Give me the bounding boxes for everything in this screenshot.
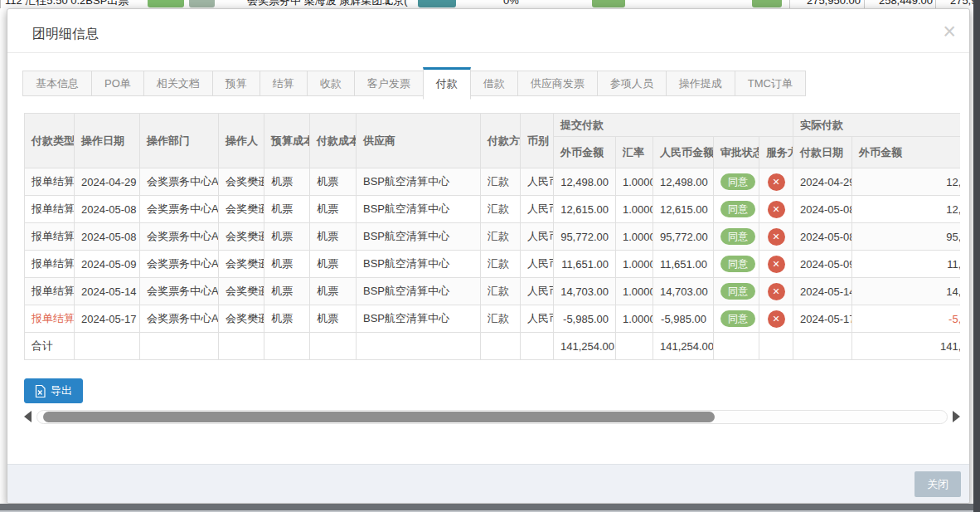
cell-actual-foreign-amount: -5,985.00 — [852, 305, 960, 333]
scrollbar-track[interactable] — [36, 410, 948, 424]
modal-footer: 关闭 — [7, 464, 969, 503]
total-row: 合计 141,254.00 141,254.00 141,254.00 — [25, 333, 961, 360]
cell-payment-method: 汇款 — [481, 223, 521, 251]
x-circle-icon[interactable]: ✕ — [768, 201, 785, 218]
export-label: 导出 — [51, 383, 72, 398]
total-cny-amount: 141,254.00 — [653, 333, 714, 360]
col-header-op-dept: 操作部门 — [140, 114, 219, 168]
col-header-budget-cost: 预算成本 — [264, 114, 310, 168]
cell-payment-type: 报单结算 — [25, 223, 75, 251]
background-percent: 0% — [503, 0, 519, 8]
tab-借款[interactable]: 借款 — [470, 71, 518, 96]
cell-operator: 会奖樊逊 — [219, 278, 264, 305]
scrollbar-thumb[interactable] — [43, 412, 715, 422]
cell-supplier: BSP航空清算中心 — [357, 305, 481, 333]
cell-service-party: ✕ — [759, 196, 793, 223]
x-circle-icon[interactable]: ✕ — [768, 256, 785, 273]
tab-预算[interactable]: 预算 — [212, 71, 260, 96]
table-row: 报单结算 2024-05-08 会奖票务中心A组 会奖樊逊 机票 机票 BSP航… — [25, 196, 961, 223]
tab-供应商发票[interactable]: 供应商发票 — [517, 71, 598, 96]
x-circle-icon[interactable]: ✕ — [768, 283, 785, 300]
cell-payment-type: 报单结算 — [25, 251, 75, 278]
cell-approval-status: 同意 — [714, 278, 759, 305]
cell-op-date: 2024-05-09 — [75, 251, 140, 278]
cell-currency: 人民币 — [521, 168, 554, 196]
cell-op-date: 2024-04-29 — [75, 168, 140, 196]
tab-结算[interactable]: 结算 — [260, 71, 308, 96]
col-header-approval-status: 审批状态 — [714, 137, 759, 168]
col-header-op-date: 操作日期 — [75, 114, 140, 168]
background-amount: 275,950.00 — [793, 0, 861, 8]
col-header-payment-cost: 付款成本 — [310, 114, 357, 168]
cell-exchange-rate: 1.0000 — [616, 305, 653, 333]
cell-budget-cost: 机票 — [264, 305, 310, 333]
cell-budget-cost: 机票 — [264, 168, 310, 196]
col-header-service-party: 服务方 — [759, 137, 793, 168]
scroll-right-arrow-icon[interactable] — [953, 411, 960, 422]
tab-相关文档[interactable]: 相关文档 — [143, 71, 213, 96]
table-body: 报单结算 2024-04-29 会奖票务中心A组 会奖樊逊 机票 机票 BSP航… — [25, 168, 961, 333]
x-circle-icon[interactable]: ✕ — [768, 173, 785, 191]
status-badge — [189, 0, 215, 7]
window-bottom-edge — [0, 504, 980, 510]
table-header: 付款类型 操作日期 操作部门 操作人 预算成本 付款成本 供应商 付款方式 币别… — [25, 114, 961, 168]
total-actual-foreign-amount: 141,254.00 — [852, 333, 960, 360]
approve-badge: 同意 — [720, 173, 755, 190]
cell-approval-status: 同意 — [714, 223, 759, 251]
status-badge — [148, 0, 184, 7]
col-header-supplier: 供应商 — [357, 114, 481, 168]
cell-op-date: 2024-05-08 — [75, 223, 140, 251]
close-button[interactable]: 关闭 — [915, 471, 961, 497]
tab-收款[interactable]: 收款 — [307, 71, 355, 96]
tab-基本信息[interactable]: 基本信息 — [22, 71, 92, 96]
x-circle-icon[interactable]: ✕ — [768, 228, 785, 246]
cell-actual-foreign-amount: 14,703.00 — [852, 278, 960, 305]
cell-payment-method: 汇款 — [481, 305, 521, 333]
cell-supplier: BSP航空清算中心 — [357, 278, 481, 305]
cell-actual-payment-date: 2024-05-08 — [793, 223, 852, 251]
x-circle-icon[interactable]: ✕ — [768, 310, 785, 328]
background-count: 1 — [385, 0, 391, 8]
cell-actual-foreign-amount: 12,498.00 — [852, 168, 960, 196]
tab-客户发票[interactable]: 客户发票 — [354, 71, 424, 96]
cell-approval-status: 同意 — [714, 251, 759, 278]
cell-cny-amount: 14,703.00 — [653, 278, 714, 305]
tab-bar: 基本信息PO单相关文档预算结算收款客户发票付款借款供应商发票参项人员操作提成TM… — [22, 67, 969, 100]
cell-payment-cost: 机票 — [310, 196, 357, 223]
cell-op-dept: 会奖票务中心A组 — [140, 196, 219, 223]
export-button[interactable]: 导出 — [24, 378, 83, 403]
tab-PO单[interactable]: PO单 — [91, 71, 144, 96]
cell-foreign-amount: -5,985.00 — [554, 305, 616, 333]
cell-actual-payment-date: 2024-04-29 — [793, 168, 852, 196]
col-header-operator: 操作人 — [219, 114, 264, 168]
cell-payment-cost: 机票 — [310, 251, 357, 278]
window-right-edge — [973, 0, 980, 512]
table-row: 报单结算 2024-05-17 会奖票务中心A组 会奖樊逊 机票 机票 BSP航… — [25, 305, 961, 333]
cell-budget-cost: 机票 — [264, 196, 310, 223]
cell-currency: 人民币 — [521, 305, 554, 333]
cell-currency: 人民币 — [521, 278, 554, 305]
tab-付款[interactable]: 付款 — [423, 67, 471, 100]
table-footer: 合计 141,254.00 141,254.00 141,254.00 — [25, 333, 961, 360]
col-group-actual-payment: 实际付款 — [793, 114, 960, 137]
tab-TMC订单[interactable]: TMC订单 — [735, 71, 806, 96]
excel-export-icon — [35, 385, 46, 397]
col-header-payment-method: 付款方式 — [481, 114, 521, 168]
approve-badge: 同意 — [720, 228, 755, 245]
cell-currency: 人民币 — [521, 223, 554, 251]
col-group-submit-payment: 提交付款 — [554, 114, 793, 137]
col-header-exchange-rate: 汇率 — [616, 137, 653, 168]
scroll-left-arrow-icon[interactable] — [24, 411, 32, 422]
background-text: 会奖票务中 梁海波 康辉集团北京( — [247, 0, 408, 8]
close-icon[interactable]: × — [943, 19, 956, 44]
cell-exchange-rate: 1.0000 — [616, 278, 653, 305]
total-label: 合计 — [25, 333, 75, 360]
cell-service-party: ✕ — [759, 278, 793, 305]
cell-foreign-amount: 95,772.00 — [554, 223, 616, 251]
modal-header: 团明细信息 × — [7, 9, 969, 53]
cell-approval-status: 同意 — [714, 196, 759, 223]
tab-参项人员[interactable]: 参项人员 — [597, 71, 667, 96]
cell-approval-status: 同意 — [714, 168, 759, 196]
cell-payment-cost: 机票 — [310, 223, 357, 251]
tab-操作提成[interactable]: 操作提成 — [666, 71, 735, 96]
